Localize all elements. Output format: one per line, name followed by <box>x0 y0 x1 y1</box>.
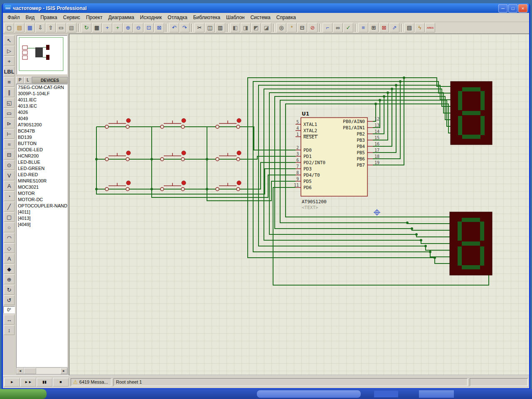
block-rotate-icon[interactable]: ◩ <box>251 23 261 32</box>
open-design-icon[interactable]: ▤ <box>15 23 25 32</box>
toolbar-icon[interactable] <box>319 24 321 32</box>
false-origin-icon[interactable]: + <box>102 23 112 32</box>
device-list-item[interactable]: LED-GREEN <box>17 165 67 172</box>
library-button[interactable]: L <box>24 77 32 84</box>
menu-item[interactable]: Система <box>247 14 273 21</box>
title-bar[interactable]: ISIS частотомер - ISIS Professional ─ □ … <box>3 3 529 13</box>
selection-pointer-icon[interactable]: ↖ <box>4 35 15 45</box>
toolbar-icon[interactable] <box>273 24 275 32</box>
netlist-to-ares-icon[interactable]: ARES <box>425 23 435 32</box>
electrical-check-icon[interactable]: ϟ <box>415 23 425 32</box>
menu-item[interactable]: Сервис <box>60 14 83 21</box>
wire-label-icon[interactable]: LBL <box>4 66 15 76</box>
device-list-item[interactable]: [4013] <box>17 215 67 222</box>
block-move-icon[interactable]: ◨ <box>241 23 251 32</box>
device-list-item[interactable]: MOC3021 <box>17 184 67 190</box>
menu-item[interactable]: Вид <box>23 14 38 21</box>
step-button[interactable]: ►► <box>20 378 36 387</box>
center-at-cursor-icon[interactable]: + <box>113 23 123 32</box>
schematic-preview[interactable] <box>17 35 67 74</box>
menu-item[interactable]: Файл <box>5 14 23 21</box>
rotate-clockwise-icon[interactable]: ↻ <box>4 285 15 295</box>
rotation-angle-display[interactable]: 0° <box>3 306 15 313</box>
cut-icon[interactable]: ✂ <box>195 23 204 32</box>
rotate-anticlockwise-icon[interactable]: ↺ <box>4 295 15 305</box>
sheet-tab[interactable]: Root sheet 1 <box>113 378 468 386</box>
text-script-icon[interactable]: ≡ <box>4 77 15 87</box>
device-list-item[interactable]: 7SEG-COM-CAT-GRN <box>17 84 67 91</box>
device-list-item[interactable]: LED-RED <box>17 172 67 178</box>
seven-segment-display-1[interactable] <box>451 81 492 145</box>
device-list-item[interactable]: 4026 <box>17 109 67 116</box>
start-button[interactable] <box>0 389 47 399</box>
toolbar-icon[interactable] <box>78 24 80 32</box>
goto-sheet-icon[interactable]: ⇗ <box>389 23 399 32</box>
import-section-icon[interactable]: ⇩ <box>35 23 45 32</box>
toolbar-icon[interactable] <box>401 24 403 32</box>
redraw-icon[interactable]: ↻ <box>81 23 91 32</box>
decompose-icon[interactable]: ⊘ <box>308 23 318 32</box>
pick-devices-button[interactable]: P <box>16 77 24 84</box>
design-explorer-icon[interactable]: ≡ <box>358 23 368 32</box>
menu-item[interactable]: Отладка <box>165 14 190 21</box>
menu-item[interactable]: Правка <box>37 14 60 21</box>
device-list-item[interactable]: [4011] <box>17 209 67 215</box>
2d-box-icon[interactable]: ▢ <box>4 212 15 222</box>
zoom-out-icon[interactable]: ⊖ <box>133 23 143 32</box>
toolbar-icon[interactable] <box>166 24 167 32</box>
device-list-item[interactable]: LED-BLUE <box>17 159 67 165</box>
undo-icon[interactable]: ↶ <box>169 23 179 32</box>
device-list-item[interactable]: AT90S1200 <box>17 122 67 128</box>
device-list-item[interactable]: OPTOCOUPLER-NAND <box>17 203 67 209</box>
device-list-item[interactable]: 4011.IEC <box>17 97 67 103</box>
device-list-item[interactable]: 4013.IEC <box>17 103 67 109</box>
device-list-item[interactable]: HCNR200 <box>17 153 67 159</box>
2d-circle-icon[interactable]: ○ <box>4 222 15 232</box>
voltage-probe-icon[interactable]: V <box>4 170 15 180</box>
close-button[interactable]: × <box>518 4 527 12</box>
device-list-item[interactable]: BD139 <box>17 134 67 140</box>
copy-icon[interactable]: ◫ <box>205 23 215 32</box>
junction-dot-icon[interactable]: + <box>4 56 15 66</box>
block-copy-icon[interactable]: ◧ <box>230 23 240 32</box>
export-section-icon[interactable]: ⇧ <box>46 23 56 32</box>
scroll-left-icon[interactable]: ◄ <box>17 368 24 374</box>
redo-icon[interactable]: ↷ <box>180 23 190 32</box>
scroll-right-icon[interactable]: ► <box>60 368 67 374</box>
subcircuit-icon[interactable]: ◱ <box>4 98 15 108</box>
property-assignment-icon[interactable]: ✓ <box>343 23 353 32</box>
device-list-item[interactable]: DIODE-LED <box>17 147 67 153</box>
pick-device-icon[interactable]: ◎ <box>276 23 286 32</box>
device-list-item[interactable]: 4049 <box>17 116 67 122</box>
play-button[interactable]: ► <box>4 378 20 387</box>
menu-item[interactable]: Диаграмма <box>105 14 137 21</box>
bill-of-materials-icon[interactable]: ▤ <box>404 23 414 32</box>
mark-output-area-icon[interactable]: ▧ <box>66 23 76 32</box>
zoom-area-icon[interactable]: ⊡ <box>144 23 154 32</box>
zoom-in-icon[interactable]: ⊕ <box>123 23 133 32</box>
virtual-instruments-icon[interactable]: ◔ <box>4 191 15 201</box>
device-list-item[interactable]: [4049] <box>17 222 67 228</box>
graph-mode-icon[interactable]: ≈ <box>4 139 15 149</box>
block-delete-icon[interactable]: ◪ <box>261 23 271 32</box>
component-mode-icon[interactable]: ▷ <box>4 46 15 56</box>
toggle-grid-icon[interactable]: ▦ <box>92 23 102 32</box>
device-list-item[interactable]: 3009P-1-104LF <box>17 91 67 97</box>
device-list-item[interactable]: MINRES100R <box>17 178 67 184</box>
device-list-item[interactable]: BUTTON <box>17 140 67 147</box>
zoom-all-icon[interactable]: ⊠ <box>154 23 164 32</box>
tape-recorder-icon[interactable]: ⊟ <box>4 150 15 160</box>
instant-edit-icon[interactable]: ▭ <box>4 108 15 118</box>
seven-segment-display-2[interactable] <box>450 212 492 275</box>
scroll-thumb[interactable] <box>24 368 36 374</box>
packaging-tool-icon[interactable]: ⊟ <box>297 23 307 32</box>
2d-arc-icon[interactable]: ◠ <box>4 233 15 243</box>
print-icon[interactable]: ▭ <box>56 23 66 32</box>
message-log[interactable]: ⚠ 6419 Messa... <box>71 378 111 386</box>
new-sheet-icon[interactable]: ⊞ <box>369 23 379 32</box>
make-device-icon[interactable]: * <box>287 23 297 32</box>
toolbar-icon[interactable] <box>191 24 193 32</box>
device-list-item[interactable]: MOTOR-DC <box>17 197 67 203</box>
marker-mode-icon[interactable]: ⊕ <box>4 274 15 284</box>
toolbar-icon[interactable] <box>227 24 229 32</box>
